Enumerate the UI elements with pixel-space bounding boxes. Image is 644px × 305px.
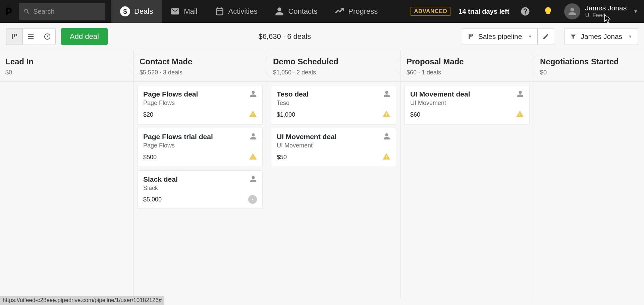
next-activity-icon[interactable] xyxy=(248,195,257,204)
deal-value: $20 xyxy=(143,111,153,118)
view-list-button[interactable] xyxy=(22,28,39,45)
pipeline-selector-group: Sales pipeline ▼ xyxy=(462,28,554,45)
list-icon xyxy=(27,33,35,40)
column-summary: $0 xyxy=(5,69,127,76)
chevron-down-icon: ▼ xyxy=(528,34,532,39)
deal-org: Page Flows xyxy=(143,142,213,149)
nav-label: Contacts xyxy=(288,7,317,16)
search-icon xyxy=(23,8,30,15)
person-icon[interactable] xyxy=(383,90,390,99)
column-title: Demo Scheduled xyxy=(273,57,394,66)
owner-label: James Jonas xyxy=(581,33,622,41)
bulb-icon xyxy=(543,6,553,16)
person-icon[interactable] xyxy=(250,90,257,99)
deal-title: Page Flows deal xyxy=(143,90,198,98)
column-header[interactable]: Negotiations Started$0 xyxy=(534,50,644,82)
column-summary: $60 · 1 deals xyxy=(407,69,528,76)
toolbar: Add deal $6,630 · 6 deals Sales pipeline… xyxy=(0,23,644,50)
column-body[interactable]: Page Flows dealPage Flows$20Page Flows t… xyxy=(133,82,267,212)
user-feed: UI Feed xyxy=(585,12,627,19)
deal-card[interactable]: UI Movement dealUI Movement$60 xyxy=(405,85,530,124)
column-header[interactable]: Lead In$0 xyxy=(0,50,133,82)
column-title: Lead In xyxy=(5,57,127,66)
pipeline-column: Contact Made$5,520 · 3 dealsPage Flows d… xyxy=(133,50,267,298)
nav-label: Activities xyxy=(228,7,258,16)
pipeline-summary: $6,630 · 6 deals xyxy=(113,32,457,41)
column-summary: $0 xyxy=(540,69,644,76)
column-title: Proposal Made xyxy=(407,57,528,66)
nav-label: Progress xyxy=(348,7,378,16)
person-icon[interactable] xyxy=(250,175,257,184)
deal-org: Slack xyxy=(143,185,178,192)
column-body[interactable]: UI Movement dealUI Movement$60 xyxy=(400,82,534,128)
deal-value: $50 xyxy=(277,154,287,161)
nav-progress[interactable]: Progress xyxy=(326,0,386,23)
deal-card[interactable]: Slack dealSlack$5,000 xyxy=(138,170,263,209)
nav-label: Deals xyxy=(134,7,153,16)
nav-label: Mail xyxy=(184,7,197,16)
status-bar: https://uifeed-c28eee.pipedrive.com/pipe… xyxy=(0,296,164,305)
pipeline-label: Sales pipeline xyxy=(478,33,522,41)
tips-button[interactable] xyxy=(541,5,555,18)
view-forecast-button[interactable] xyxy=(39,28,56,45)
trial-text[interactable]: 14 trial days left xyxy=(459,8,509,15)
mail-icon xyxy=(170,7,180,16)
deals-icon: $ xyxy=(120,6,130,16)
progress-icon xyxy=(335,7,344,16)
column-header[interactable]: Demo Scheduled$1,050 · 2 deals xyxy=(267,50,400,82)
deal-value: $1,000 xyxy=(277,111,295,118)
pipeline-column: Demo Scheduled$1,050 · 2 dealsTeso dealT… xyxy=(267,50,400,298)
pipeline-icon xyxy=(11,33,18,40)
nav-contacts[interactable]: Contacts xyxy=(266,0,326,23)
deal-title: Slack deal xyxy=(143,175,178,183)
deal-value: $60 xyxy=(410,111,420,118)
pipeline-board: Lead In$0Contact Made$5,520 · 3 dealsPag… xyxy=(0,50,644,298)
warning-icon xyxy=(516,110,524,119)
person-icon[interactable] xyxy=(250,133,257,141)
help-button[interactable] xyxy=(519,5,532,18)
column-body[interactable]: Teso dealTeso$1,000UI Movement dealUI Mo… xyxy=(267,82,400,170)
person-icon[interactable] xyxy=(517,90,524,99)
pipeline-column: Proposal Made$60 · 1 dealsUI Movement de… xyxy=(400,50,534,298)
column-body[interactable] xyxy=(534,82,644,88)
filter-icon xyxy=(570,33,577,40)
user-text: James Jonas UI Feed xyxy=(585,4,627,19)
deal-card[interactable]: Page Flows trial dealPage Flows$500 xyxy=(138,128,263,167)
column-summary: $5,520 · 3 deals xyxy=(140,69,261,76)
chevron-down-icon: ▼ xyxy=(628,34,632,39)
nav-mail[interactable]: Mail xyxy=(162,0,206,23)
deal-card[interactable]: UI Movement dealUI Movement$50 xyxy=(271,128,396,167)
nav-activities[interactable]: Activities xyxy=(206,0,266,23)
deal-org: UI Movement xyxy=(410,100,470,107)
chevron-down-icon: ▼ xyxy=(633,9,638,14)
search-box[interactable] xyxy=(19,3,105,20)
column-header[interactable]: Contact Made$5,520 · 3 deals xyxy=(133,50,267,82)
owner-filter[interactable]: James Jonas ▼ xyxy=(564,28,638,45)
edit-pipeline-button[interactable] xyxy=(537,28,554,45)
deal-card[interactable]: Teso dealTeso$1,000 xyxy=(271,85,396,124)
pencil-icon xyxy=(542,33,549,40)
deal-org: Page Flows xyxy=(143,100,198,107)
deal-title: UI Movement deal xyxy=(277,133,337,141)
column-body[interactable] xyxy=(0,82,133,88)
pipeline-column: Lead In$0 xyxy=(0,50,133,298)
column-title: Negotiations Started xyxy=(540,57,644,66)
pipeline-selector[interactable]: Sales pipeline ▼ xyxy=(462,28,538,45)
deal-org: UI Movement xyxy=(277,142,337,149)
person-icon[interactable] xyxy=(383,133,390,141)
avatar-icon xyxy=(564,3,580,19)
deal-card[interactable]: Page Flows dealPage Flows$20 xyxy=(138,85,263,124)
plan-badge: ADVANCED xyxy=(411,7,450,16)
column-title: Contact Made xyxy=(140,57,261,66)
warning-icon xyxy=(382,110,390,119)
logo-icon[interactable] xyxy=(3,5,13,18)
deal-org: Teso xyxy=(277,100,309,107)
nav-deals[interactable]: $ Deals xyxy=(111,0,162,23)
calendar-icon xyxy=(215,7,224,16)
add-deal-button[interactable]: Add deal xyxy=(61,28,108,45)
deal-title: Page Flows trial deal xyxy=(143,133,213,141)
user-menu[interactable]: James Jonas UI Feed ▼ xyxy=(564,3,638,19)
view-pipeline-button[interactable] xyxy=(6,28,23,45)
column-header[interactable]: Proposal Made$60 · 1 deals xyxy=(400,50,534,82)
search-input[interactable] xyxy=(33,8,101,15)
